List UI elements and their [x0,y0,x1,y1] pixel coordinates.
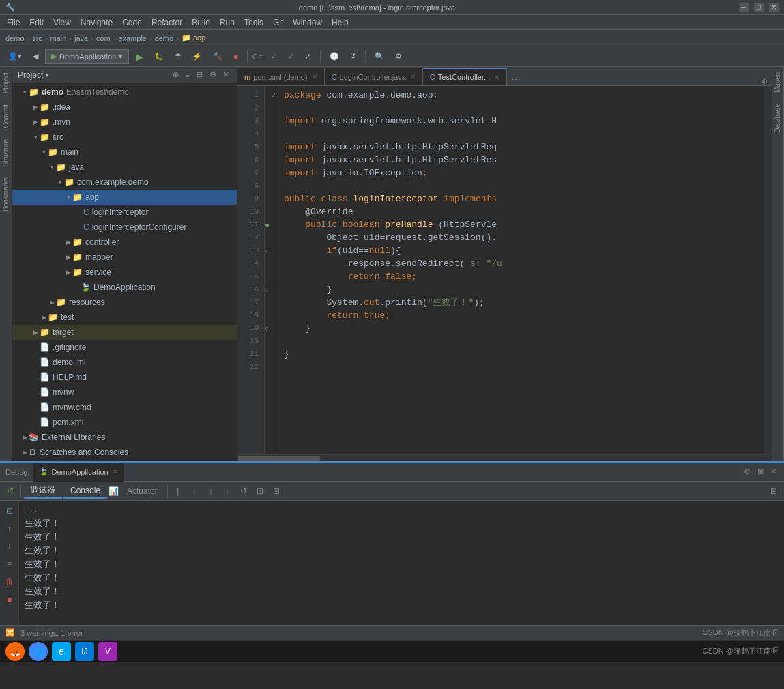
run-config-dropdown[interactable]: ▶ DemoApplication ▾ [45,49,129,64]
tree-ext-libs[interactable]: ▶ 📚 External Libraries [12,430,237,445]
breadcrumb-aop[interactable]: 📁 aop [182,33,205,42]
close-button[interactable]: ✕ [769,3,779,12]
console-btn-3[interactable]: ↑ [220,484,235,499]
menu-window[interactable]: Window [289,16,326,29]
coverage-button[interactable]: ☂ [171,50,186,62]
tree-com-example[interactable]: ▾ 📁 com.example.demo [12,175,237,190]
breadcrumb-com[interactable]: com [96,34,111,42]
editor-scrollbar[interactable] [764,86,772,454]
breadcrumb-demo[interactable]: demo [5,34,25,42]
horizontal-scrollbar[interactable] [237,454,772,461]
debug-session-tab[interactable]: 🍃 DemoApplication ✕ [33,463,124,482]
test-ctrl-close[interactable]: ✕ [494,74,499,81]
menu-code[interactable]: Code [118,16,146,29]
maximize-button[interactable]: □ [754,3,764,12]
console-btn-down[interactable]: ↓ [203,484,218,499]
console-output[interactable]: ... 生效了！ 生效了！ 生效了！ 生效了！ 生效了！ 生效了！ 生效了！ [19,501,784,625]
commit-tab[interactable]: Commit [1,99,11,133]
menu-build[interactable]: Build [188,16,214,29]
debug-tab-actuator[interactable]: Actuator [120,484,164,499]
debug-tab-close[interactable]: ✕ [113,468,118,475]
console-btn-6[interactable]: ⊟ [269,484,284,499]
structure-tab-outer[interactable]: Structure [1,134,11,173]
console-btn-1[interactable]: | [171,484,186,499]
login-ctrl-close[interactable]: ✕ [410,73,416,80]
tree-mapper[interactable]: ▶ 📁 mapper [12,250,237,265]
search-button[interactable]: 🔍 [371,50,388,62]
tree-mvn[interactable]: ▶ 📁 .mvn [12,115,237,130]
user-settings-button[interactable]: 👤▾ [4,50,26,62]
locate-button[interactable]: ⊕ [171,70,181,80]
tree-login-interceptor-cfg[interactable]: C loginInterceptorConfigurer [12,220,237,235]
bookmarks-tab[interactable]: Bookmarks [1,172,11,217]
breadcrumb-example[interactable]: example [118,34,147,42]
minimize-button[interactable]: ─ [739,3,749,12]
menu-tools[interactable]: Tools [240,16,267,29]
tree-aop[interactable]: ▾ 📁 aop [12,190,237,205]
gutter-fold-13[interactable]: ▿ [265,244,278,257]
menu-edit[interactable]: Edit [25,16,48,29]
collapse-button[interactable]: ≡ [184,70,192,80]
run-button[interactable]: ▶ [132,50,147,63]
fold-button[interactable]: ⊟ [194,70,205,80]
tree-mvnw[interactable]: 📄 mvnw [12,385,237,400]
more-tabs-button[interactable]: ⋯ [507,74,525,85]
tree-mvnw-cmd[interactable]: 📄 mvnw.cmd [12,400,237,415]
menu-navigate[interactable]: Navigate [76,16,117,29]
menu-run[interactable]: Run [216,16,239,29]
tree-help[interactable]: 📄 HELP.md [12,370,237,385]
tree-scratches[interactable]: ▶ 🗒 Scratches and Consoles [12,445,237,460]
tree-pom[interactable]: 📄 pom.xml [12,415,237,430]
console-action-up[interactable]: ↑ [2,521,17,536]
history-button[interactable]: 🕐 [325,50,343,62]
tree-src[interactable]: ▾ 📁 src [12,130,237,145]
gear-icon[interactable]: ⚙ [207,70,218,80]
tree-resources[interactable]: ▶ 📁 resources [12,295,237,310]
taskbar-chrome[interactable]: 🌐 [29,642,48,661]
breadcrumb-src[interactable]: src [32,34,42,42]
tree-controller[interactable]: ▶ 📁 controller [12,235,237,250]
debug-tab-debugger[interactable]: 调试器 [24,484,62,499]
taskbar-firefox[interactable]: 🦊 [5,642,25,661]
console-action-down[interactable]: ↓ [2,539,17,554]
debug-settings-button[interactable]: ⚙ [742,467,753,477]
taskbar-edge[interactable]: e [52,642,71,661]
tab-settings-button[interactable]: ⚙ [757,78,772,85]
close-panel-button[interactable]: ✕ [221,70,231,80]
undo-button[interactable]: ↺ [346,50,360,62]
profile-button[interactable]: ⚡ [188,50,206,62]
tree-target[interactable]: ▶ 📁 target [12,325,237,340]
menu-git[interactable]: Git [269,16,287,29]
debug-restart-button[interactable]: ↺ [3,484,18,499]
debug-close-button[interactable]: ✕ [768,467,779,477]
tree-java[interactable]: ▾ 📁 java [12,160,237,175]
breadcrumb-java[interactable]: java [74,34,88,42]
console-action-wrap[interactable]: ≡ [2,557,17,572]
breadcrumb-main[interactable]: main [50,34,67,42]
menu-view[interactable]: View [49,16,75,29]
debug-tab-console[interactable]: Console [63,484,107,499]
taskbar-intellij[interactable]: IJ [75,642,94,661]
menu-help[interactable]: Help [328,16,353,29]
tree-demo-app[interactable]: 🍃 DemoApplication [12,280,237,295]
console-layout-btn[interactable]: ⊞ [766,484,781,499]
back-button[interactable]: ◀ [29,50,42,62]
breadcrumb-demo2[interactable]: demo [155,34,174,42]
tree-test[interactable]: ▶ 📁 test [12,310,237,325]
tree-demo-iml[interactable]: 📄 demo.iml [12,355,237,370]
project-tab-outer[interactable]: Project [1,67,11,99]
database-tab[interactable]: Database [772,98,783,138]
git-push-button[interactable]: ↗ [301,50,315,62]
console-btn-up[interactable]: ↑ [187,484,202,499]
tree-root[interactable]: ▾ 📁 demo E:\ssmTest\demo [12,85,237,100]
menu-refactor[interactable]: Refactor [147,16,186,29]
tree-main[interactable]: ▾ 📁 main [12,145,237,160]
maven-tab[interactable]: Maven [772,67,783,98]
gutter-run-11[interactable]: ● [265,218,278,231]
debug-button[interactable]: 🐛 [150,50,168,62]
tree-login-interceptor[interactable]: C loginInterceptor [12,205,237,220]
tree-gitignore[interactable]: 📄 .gitignore [12,340,237,355]
pom-tab-close[interactable]: ✕ [312,73,317,80]
console-btn-5[interactable]: ⊡ [252,484,267,499]
git-check-button[interactable]: ✓ [267,50,281,62]
